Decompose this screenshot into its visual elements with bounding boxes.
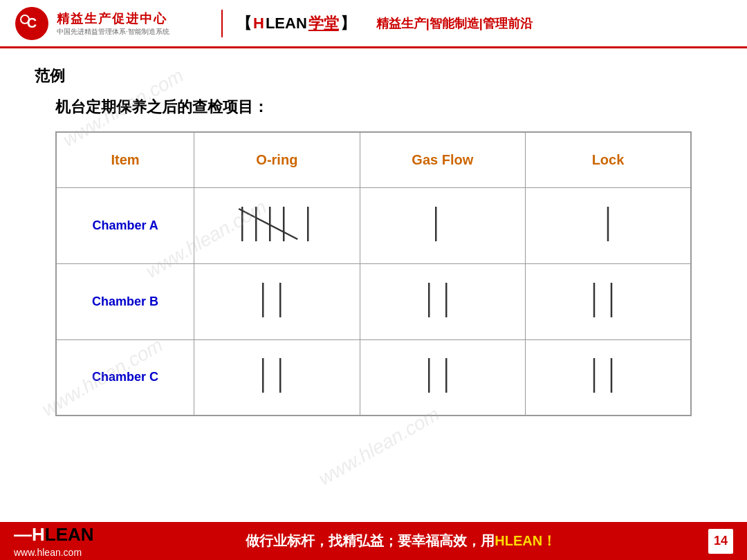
svg-line-7 xyxy=(239,209,297,239)
brand-xuetang: 学堂 xyxy=(308,13,339,34)
brand-lean: LEAN xyxy=(266,15,307,32)
chamber-b-gasflow xyxy=(360,263,525,339)
chamber-c-oring xyxy=(194,339,360,416)
check-table: Item O-ring Gas Flow Lock Chamber A xyxy=(55,131,692,416)
col-header-item: Item xyxy=(56,132,194,187)
footer-slogan: 做行业标杆，找精弘益；要幸福高效，用HLEAN！ xyxy=(246,532,556,550)
brand-h: H xyxy=(253,15,264,32)
tally-b-oring-svg xyxy=(194,272,359,328)
table-header-row: Item O-ring Gas Flow Lock xyxy=(56,132,691,187)
logo-text: 精益生产促进中心 中国先进精益管理体系·智能制造系统 xyxy=(57,10,169,37)
footer-page: 14 xyxy=(708,529,733,554)
col-header-oring: O-ring xyxy=(194,132,360,187)
tally-b-gasflow-svg xyxy=(360,272,525,328)
footer: — H LEAN www.hlean.com 做行业标杆，找精弘益；要幸福高效，… xyxy=(0,522,747,560)
logo-block: C 精益生产促进中心 中国先进精益管理体系·智能制造系统 xyxy=(14,6,208,41)
footer-logo-lean: LEAN xyxy=(45,524,94,545)
header-divider xyxy=(221,10,223,37)
header: C 精益生产促进中心 中国先进精益管理体系·智能制造系统 【 H LEAN 学堂… xyxy=(0,0,747,48)
tally-a-oring-svg xyxy=(194,196,359,252)
chamber-c-label: Chamber C xyxy=(56,339,194,416)
footer-logo-h: — xyxy=(14,524,32,545)
brand-block: 【 H LEAN 学堂 】 xyxy=(237,13,356,34)
logo-main: 精益生产促进中心 xyxy=(57,10,169,27)
table-row: Chamber A xyxy=(56,187,691,263)
chamber-c-lock xyxy=(526,339,691,416)
chamber-b-lock xyxy=(526,263,691,339)
chamber-a-oring xyxy=(194,187,360,263)
table-row: Chamber C xyxy=(56,339,691,416)
tally-a-gasflow-svg xyxy=(360,196,525,252)
footer-logo-h2: H xyxy=(32,524,45,545)
tally-a-lock-svg xyxy=(526,196,690,252)
col-header-lock: Lock xyxy=(526,132,691,187)
logo-icon: C xyxy=(14,6,50,41)
section-label: 范例 xyxy=(35,66,712,86)
chamber-a-label: Chamber A xyxy=(56,187,194,263)
header-slogan: 精益生产|智能制造|管理前沿 xyxy=(376,15,533,32)
chamber-c-gasflow xyxy=(360,339,525,416)
tally-c-gasflow-svg xyxy=(360,348,525,403)
chamber-a-lock xyxy=(526,187,691,263)
chamber-b-label: Chamber B xyxy=(56,263,194,339)
bracket-right: 】 xyxy=(340,13,356,34)
logo-sub: 中国先进精益管理体系·智能制造系统 xyxy=(57,27,169,37)
tally-c-lock-svg xyxy=(526,348,690,403)
bracket-left: 【 xyxy=(237,13,252,34)
chamber-b-oring xyxy=(194,263,360,339)
tally-c-oring-svg xyxy=(194,348,359,403)
col-header-gasflow: Gas Flow xyxy=(360,132,525,187)
main-content: 范例 机台定期保养之后的查检项目： Item O-ring Gas Flow L… xyxy=(0,48,747,433)
description: 机台定期保养之后的查检项目： xyxy=(55,97,712,118)
chamber-a-gasflow xyxy=(360,187,525,263)
tally-b-lock-svg xyxy=(526,272,690,328)
table-row: Chamber B xyxy=(56,263,691,339)
footer-left: — H LEAN www.hlean.com xyxy=(14,524,94,558)
footer-url: www.hlean.com xyxy=(14,547,82,558)
footer-logo: — H LEAN xyxy=(14,524,94,545)
